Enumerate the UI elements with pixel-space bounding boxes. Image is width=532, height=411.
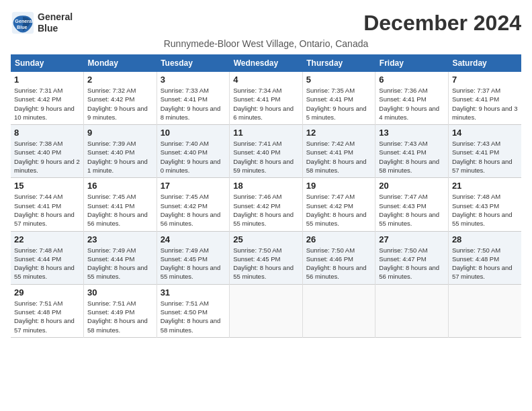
calendar-cell: 27 Sunrise: 7:50 AM Sunset: 4:47 PM Dayl… (375, 231, 449, 284)
calendar-cell: 25 Sunrise: 7:50 AM Sunset: 4:45 PM Dayl… (230, 231, 303, 284)
day-number: 19 (306, 181, 372, 191)
weekday-header-monday: Monday (84, 54, 157, 72)
day-info: Sunrise: 7:48 AM Sunset: 4:43 PM Dayligh… (452, 192, 518, 228)
day-number: 7 (452, 75, 518, 85)
day-info: Sunrise: 7:42 AM Sunset: 4:41 PM Dayligh… (306, 139, 372, 175)
day-number: 27 (379, 234, 445, 244)
calendar-table: SundayMondayTuesdayWednesdayThursdayFrid… (11, 54, 521, 338)
calendar-cell: 26 Sunrise: 7:50 AM Sunset: 4:46 PM Dayl… (302, 231, 375, 284)
calendar-cell (375, 284, 449, 337)
day-info: Sunrise: 7:38 AM Sunset: 4:40 PM Dayligh… (14, 139, 80, 175)
calendar-cell: 2 Sunrise: 7:32 AM Sunset: 4:42 PM Dayli… (84, 72, 157, 125)
calendar-cell (302, 284, 375, 337)
day-info: Sunrise: 7:51 AM Sunset: 4:49 PM Dayligh… (87, 299, 153, 334)
calendar-cell: 12 Sunrise: 7:42 AM Sunset: 4:41 PM Dayl… (302, 125, 375, 178)
day-info: Sunrise: 7:50 AM Sunset: 4:45 PM Dayligh… (233, 246, 299, 281)
day-info: Sunrise: 7:32 AM Sunset: 4:42 PM Dayligh… (87, 86, 153, 122)
calendar-cell: 24 Sunrise: 7:49 AM Sunset: 4:45 PM Dayl… (157, 231, 230, 284)
day-info: Sunrise: 7:36 AM Sunset: 4:41 PM Dayligh… (379, 86, 445, 122)
calendar-cell: 30 Sunrise: 7:51 AM Sunset: 4:49 PM Dayl… (84, 284, 157, 337)
day-number: 26 (306, 234, 372, 244)
day-number: 6 (379, 75, 445, 85)
day-info: Sunrise: 7:34 AM Sunset: 4:41 PM Dayligh… (233, 86, 299, 122)
day-info: Sunrise: 7:41 AM Sunset: 4:40 PM Dayligh… (233, 139, 299, 175)
day-number: 17 (161, 181, 226, 191)
weekday-header-sunday: Sunday (11, 54, 84, 72)
calendar-cell: 23 Sunrise: 7:49 AM Sunset: 4:44 PM Dayl… (84, 231, 157, 284)
day-number: 13 (379, 128, 445, 138)
day-info: Sunrise: 7:49 AM Sunset: 4:45 PM Dayligh… (161, 246, 226, 281)
logo-icon: General Blue (11, 11, 35, 35)
day-info: Sunrise: 7:50 AM Sunset: 4:46 PM Dayligh… (306, 246, 372, 281)
day-info: Sunrise: 7:46 AM Sunset: 4:42 PM Dayligh… (233, 192, 299, 228)
calendar-cell: 16 Sunrise: 7:45 AM Sunset: 4:41 PM Dayl… (84, 178, 157, 231)
day-info: Sunrise: 7:45 AM Sunset: 4:41 PM Dayligh… (87, 192, 153, 228)
calendar-cell: 5 Sunrise: 7:35 AM Sunset: 4:41 PM Dayli… (302, 72, 375, 125)
day-number: 14 (452, 128, 518, 138)
calendar-cell: 9 Sunrise: 7:39 AM Sunset: 4:40 PM Dayli… (84, 125, 157, 178)
calendar-cell: 29 Sunrise: 7:51 AM Sunset: 4:48 PM Dayl… (11, 284, 84, 337)
day-info: Sunrise: 7:31 AM Sunset: 4:42 PM Dayligh… (14, 86, 80, 122)
day-number: 3 (161, 75, 226, 85)
day-number: 20 (379, 181, 445, 191)
calendar-cell (230, 284, 303, 337)
calendar-cell: 28 Sunrise: 7:50 AM Sunset: 4:48 PM Dayl… (448, 231, 521, 284)
weekday-header-tuesday: Tuesday (157, 54, 230, 72)
weekday-header-friday: Friday (375, 54, 449, 72)
day-number: 31 (161, 287, 226, 298)
day-info: Sunrise: 7:33 AM Sunset: 4:41 PM Dayligh… (161, 86, 226, 122)
calendar-cell: 8 Sunrise: 7:38 AM Sunset: 4:40 PM Dayli… (11, 125, 84, 178)
day-number: 8 (14, 128, 80, 138)
calendar-cell: 13 Sunrise: 7:43 AM Sunset: 4:41 PM Dayl… (375, 125, 449, 178)
day-number: 16 (87, 181, 153, 191)
title-area: December 2024 (363, 11, 521, 36)
day-number: 5 (306, 75, 372, 85)
calendar-cell: 22 Sunrise: 7:48 AM Sunset: 4:44 PM Dayl… (11, 231, 84, 284)
day-number: 12 (306, 128, 372, 138)
day-number: 18 (233, 181, 299, 191)
calendar-cell: 20 Sunrise: 7:47 AM Sunset: 4:43 PM Dayl… (375, 178, 449, 231)
day-info: Sunrise: 7:35 AM Sunset: 4:41 PM Dayligh… (306, 86, 372, 122)
header: General Blue General Blue December 2024 (11, 11, 521, 36)
day-info: Sunrise: 7:37 AM Sunset: 4:41 PM Dayligh… (452, 86, 518, 122)
day-info: Sunrise: 7:51 AM Sunset: 4:48 PM Dayligh… (14, 299, 80, 334)
svg-text:General: General (15, 18, 33, 24)
calendar-cell: 7 Sunrise: 7:37 AM Sunset: 4:41 PM Dayli… (448, 72, 521, 125)
day-info: Sunrise: 7:50 AM Sunset: 4:47 PM Dayligh… (379, 246, 445, 281)
day-number: 28 (452, 234, 518, 244)
day-info: Sunrise: 7:39 AM Sunset: 4:40 PM Dayligh… (87, 139, 153, 175)
calendar-cell (448, 284, 521, 337)
calendar-cell: 17 Sunrise: 7:45 AM Sunset: 4:42 PM Dayl… (157, 178, 230, 231)
calendar-cell: 6 Sunrise: 7:36 AM Sunset: 4:41 PM Dayli… (375, 72, 449, 125)
logo: General Blue General Blue (11, 11, 73, 35)
day-info: Sunrise: 7:44 AM Sunset: 4:41 PM Dayligh… (14, 192, 80, 228)
weekday-header-wednesday: Wednesday (230, 54, 303, 72)
logo-text: General Blue (38, 11, 73, 34)
day-number: 11 (233, 128, 299, 138)
day-info: Sunrise: 7:45 AM Sunset: 4:42 PM Dayligh… (161, 192, 226, 228)
day-number: 24 (161, 234, 226, 244)
day-number: 23 (87, 234, 153, 244)
day-info: Sunrise: 7:43 AM Sunset: 4:41 PM Dayligh… (379, 139, 445, 175)
day-number: 4 (233, 75, 299, 85)
day-info: Sunrise: 7:48 AM Sunset: 4:44 PM Dayligh… (14, 246, 80, 281)
day-number: 9 (87, 128, 153, 138)
calendar-cell: 21 Sunrise: 7:48 AM Sunset: 4:43 PM Dayl… (448, 178, 521, 231)
calendar-cell: 19 Sunrise: 7:47 AM Sunset: 4:42 PM Dayl… (302, 178, 375, 231)
calendar-cell: 14 Sunrise: 7:43 AM Sunset: 4:41 PM Dayl… (448, 125, 521, 178)
calendar-cell: 3 Sunrise: 7:33 AM Sunset: 4:41 PM Dayli… (157, 72, 230, 125)
svg-text:Blue: Blue (17, 24, 28, 30)
day-info: Sunrise: 7:49 AM Sunset: 4:44 PM Dayligh… (87, 246, 153, 281)
calendar-cell: 1 Sunrise: 7:31 AM Sunset: 4:42 PM Dayli… (11, 72, 84, 125)
weekday-header-saturday: Saturday (448, 54, 521, 72)
weekday-header-thursday: Thursday (302, 54, 375, 72)
calendar-cell: 11 Sunrise: 7:41 AM Sunset: 4:40 PM Dayl… (230, 125, 303, 178)
day-number: 2 (87, 75, 153, 85)
calendar-cell: 4 Sunrise: 7:34 AM Sunset: 4:41 PM Dayli… (230, 72, 303, 125)
calendar-cell: 31 Sunrise: 7:51 AM Sunset: 4:50 PM Dayl… (157, 284, 230, 337)
day-number: 15 (14, 181, 80, 191)
day-number: 30 (87, 287, 153, 298)
day-info: Sunrise: 7:51 AM Sunset: 4:50 PM Dayligh… (161, 299, 226, 334)
day-info: Sunrise: 7:47 AM Sunset: 4:42 PM Dayligh… (306, 192, 372, 228)
day-info: Sunrise: 7:43 AM Sunset: 4:41 PM Dayligh… (452, 139, 518, 175)
